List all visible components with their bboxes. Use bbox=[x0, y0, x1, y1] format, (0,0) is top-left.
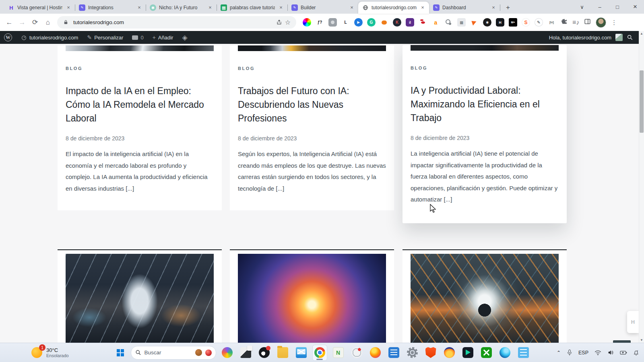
focus-bell-icon[interactable]: z bbox=[633, 350, 639, 356]
tab-close-icon[interactable]: × bbox=[136, 4, 142, 11]
language-indicator[interactable]: ESP bbox=[578, 350, 588, 356]
home-button[interactable]: ⌂ bbox=[42, 16, 54, 29]
wp-comments-menu[interactable]: 0 bbox=[132, 35, 143, 41]
magnifier-extension-icon[interactable] bbox=[444, 18, 453, 27]
calculator-extension-icon[interactable]: ▤ bbox=[457, 18, 466, 27]
tab-dashboard[interactable]: ✎ Dashboard × bbox=[429, 2, 500, 14]
tab-close-icon[interactable]: × bbox=[490, 4, 497, 11]
wp-new-menu[interactable]: + Añadir bbox=[153, 34, 173, 41]
pencil-extension-icon[interactable]: ✎ bbox=[535, 18, 543, 27]
forward-button[interactable]: → bbox=[16, 16, 28, 29]
blog-card-impacto[interactable]: BLOG Impacto de la IA en el Empleo: Cómo… bbox=[58, 45, 222, 210]
scroll-up-arrow[interactable]: ▲ bbox=[639, 32, 644, 35]
taskbar-app-notes[interactable] bbox=[516, 345, 531, 361]
taskbar-app-edge[interactable] bbox=[497, 345, 512, 361]
blog-card-trabajos[interactable]: BLOG Trabajos del Futuro con IA: Descubr… bbox=[230, 45, 394, 210]
post-title[interactable]: Trabajos del Futuro con IA: Descubriendo… bbox=[238, 84, 386, 125]
page-scrollbar[interactable]: ▲ ▼ bbox=[639, 31, 644, 343]
megaphone-extension-icon[interactable] bbox=[470, 18, 479, 27]
taskbar-search[interactable]: Buscar bbox=[131, 346, 216, 360]
wp-avatar[interactable] bbox=[615, 34, 623, 41]
ahrefs-extension-icon[interactable]: a bbox=[431, 18, 440, 27]
taskbar-app-settings[interactable] bbox=[405, 345, 420, 361]
tab-close-icon[interactable]: × bbox=[207, 4, 213, 11]
digital-portal-image[interactable] bbox=[411, 254, 559, 343]
tab-close-icon[interactable]: × bbox=[65, 4, 72, 11]
robot-extension-icon[interactable] bbox=[380, 18, 388, 27]
profile-avatar[interactable] bbox=[596, 17, 606, 28]
dark-h-extension-icon[interactable]: H bbox=[496, 18, 504, 27]
taskbar-app-audacity[interactable] bbox=[442, 345, 457, 361]
tab-search-icon[interactable]: ∨ bbox=[573, 0, 591, 14]
tab-tutorialesrodrigo-active[interactable]: tutorialesrodrigo.com × bbox=[358, 2, 429, 14]
new-tab-button[interactable]: + bbox=[502, 2, 514, 13]
taskbar-app-mail[interactable] bbox=[294, 345, 309, 361]
post-title[interactable]: IA y Productividad Laboral: Maximizando … bbox=[411, 84, 559, 125]
taskbar-app-notepadpp[interactable]: N bbox=[331, 345, 346, 361]
taskbar-app-chrome-active[interactable] bbox=[312, 345, 327, 361]
wp-elementor-menu[interactable]: ◈ bbox=[182, 33, 187, 42]
tab-close-icon[interactable]: × bbox=[419, 4, 426, 11]
keywords-extension-icon[interactable]: K bbox=[393, 18, 401, 27]
tab-palabras-clave[interactable]: ▦ palabras clave tutoria × bbox=[217, 2, 287, 14]
tab-hostinger[interactable]: H Vista general | Hostin × bbox=[4, 2, 75, 14]
post-title[interactable]: Impacto de la IA en el Empleo: Cómo la I… bbox=[66, 84, 214, 125]
tab-builder[interactable]: ✎ Builder × bbox=[287, 2, 358, 14]
bars-extension-icon[interactable]: il bbox=[406, 18, 414, 27]
grammarly-extension-icon[interactable]: G bbox=[367, 18, 376, 27]
h-brackets-extension-icon[interactable]: [h/] bbox=[547, 18, 556, 27]
reload-button[interactable]: ⟳ bbox=[29, 16, 41, 29]
back-button[interactable]: ← bbox=[3, 16, 15, 29]
minimize-button[interactable]: – bbox=[591, 0, 609, 14]
taskbar-app-xbox[interactable] bbox=[479, 345, 494, 361]
semrush-extension-icon[interactable]: S bbox=[522, 18, 530, 27]
taskbar-app-word[interactable] bbox=[386, 345, 401, 361]
wifi-icon[interactable] bbox=[594, 350, 601, 356]
tab-close-icon[interactable]: × bbox=[349, 4, 355, 11]
side-panel-icon[interactable] bbox=[584, 18, 591, 27]
floating-widget-button[interactable]: H bbox=[627, 311, 639, 333]
start-button[interactable] bbox=[114, 346, 127, 360]
robot-office-image[interactable] bbox=[66, 254, 214, 343]
search-placeholder[interactable]: Buscar bbox=[144, 350, 192, 356]
close-button[interactable]: × bbox=[626, 0, 644, 14]
taskbar-app-atom[interactable] bbox=[349, 345, 364, 361]
taskbar-app-explorer[interactable] bbox=[275, 345, 290, 361]
blog-category-label[interactable]: BLOG bbox=[66, 66, 214, 71]
blog-card-next-2[interactable] bbox=[230, 249, 394, 343]
microphone-icon[interactable] bbox=[567, 349, 572, 356]
battery-icon[interactable] bbox=[620, 350, 627, 355]
video-play-extension-icon[interactable]: ▶ bbox=[354, 18, 363, 27]
light-tunnel-image[interactable] bbox=[238, 254, 386, 343]
reading-list-icon[interactable]: ≡♪ bbox=[572, 19, 579, 26]
address-bar[interactable]: tutorialesrodrigo.com ☆ bbox=[57, 16, 296, 29]
tab-nicho-ia[interactable]: ✱ Nicho: IA y Futuro × bbox=[146, 2, 217, 14]
wp-greeting[interactable]: Hola, tutorialesrodrigo.com bbox=[549, 35, 611, 41]
weather-widget[interactable]: 1 30°C Ensolarado bbox=[31, 347, 69, 358]
taskbar-app-copilot[interactable] bbox=[220, 345, 235, 361]
asterisk-extension-icon[interactable]: ∗ bbox=[483, 18, 491, 27]
maximize-button[interactable]: □ bbox=[609, 0, 626, 14]
scrollbar-thumb[interactable] bbox=[640, 70, 644, 133]
taskbar-app-brave[interactable] bbox=[423, 345, 438, 361]
share-icon[interactable] bbox=[275, 18, 283, 27]
taskbar-app-layers[interactable] bbox=[238, 345, 253, 361]
tab-integrations[interactable]: ✎ Integrations × bbox=[75, 2, 146, 14]
taskbar-app-firefox[interactable] bbox=[368, 345, 383, 361]
wp-site-menu[interactable]: tutorialesrodrigo.com bbox=[21, 35, 78, 41]
letter-l-extension-icon[interactable]: L bbox=[341, 18, 350, 27]
camera-extension-icon[interactable] bbox=[328, 18, 337, 27]
volume-icon[interactable] bbox=[607, 350, 614, 356]
scroll-down-arrow[interactable]: ▼ bbox=[639, 338, 644, 342]
wp-customize-menu[interactable]: ✎ Personalizar bbox=[87, 34, 123, 41]
puzzle-extensions-icon[interactable] bbox=[561, 18, 568, 27]
tab-close-icon[interactable]: × bbox=[278, 4, 284, 11]
blog-card-productividad-hover[interactable]: BLOG IA y Productividad Laboral: Maximiz… bbox=[402, 45, 567, 223]
url-text[interactable]: tutorialesrodrigo.com bbox=[73, 19, 124, 25]
blog-category-label[interactable]: BLOG bbox=[238, 66, 386, 71]
wp-logo-menu[interactable]: W bbox=[4, 33, 12, 41]
blog-card-next-3[interactable] bbox=[402, 249, 567, 343]
lips-extension-icon[interactable] bbox=[419, 18, 427, 27]
color-wheel-extension-icon[interactable] bbox=[303, 18, 311, 27]
markdown-extension-icon[interactable]: M+ bbox=[509, 18, 517, 27]
